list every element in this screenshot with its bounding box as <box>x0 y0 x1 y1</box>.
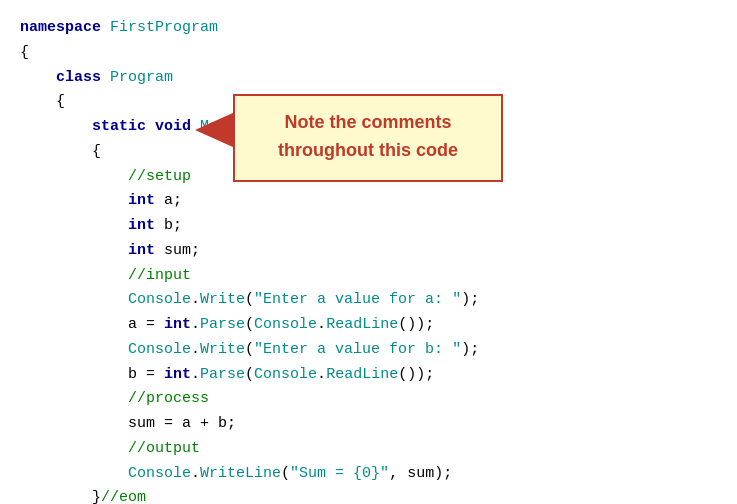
code-line-12: Console.Write("Enter a value for a: "); <box>20 288 717 313</box>
code-line-17: sum = a + b; <box>20 412 717 437</box>
code-line-10: int sum; <box>20 239 717 264</box>
code-line-1: namespace FirstProgram <box>20 16 717 41</box>
code-line-11: //input <box>20 264 717 289</box>
code-line-13: a = int.Parse(Console.ReadLine()); <box>20 313 717 338</box>
code-line-15: b = int.Parse(Console.ReadLine()); <box>20 363 717 388</box>
callout-line2: throughout this code <box>278 140 458 160</box>
code-line-2: { <box>20 41 717 66</box>
callout-text: Note the comments throughout this code <box>278 112 458 160</box>
code-line-9: int b; <box>20 214 717 239</box>
code-line-8: int a; <box>20 189 717 214</box>
code-line-16: //process <box>20 387 717 412</box>
code-line-14: Console.Write("Enter a value for b: "); <box>20 338 717 363</box>
code-line-18: //output <box>20 437 717 462</box>
code-line-19: Console.WriteLine("Sum = {0}", sum); <box>20 462 717 487</box>
code-block: namespace FirstProgram { class Program {… <box>0 0 737 504</box>
code-line-20: }//eom <box>20 486 717 504</box>
code-line-3: class Program <box>20 66 717 91</box>
callout-arrow-triangle <box>195 112 235 148</box>
callout-line1: Note the comments <box>284 112 451 132</box>
callout-box: Note the comments throughout this code <box>233 94 503 182</box>
